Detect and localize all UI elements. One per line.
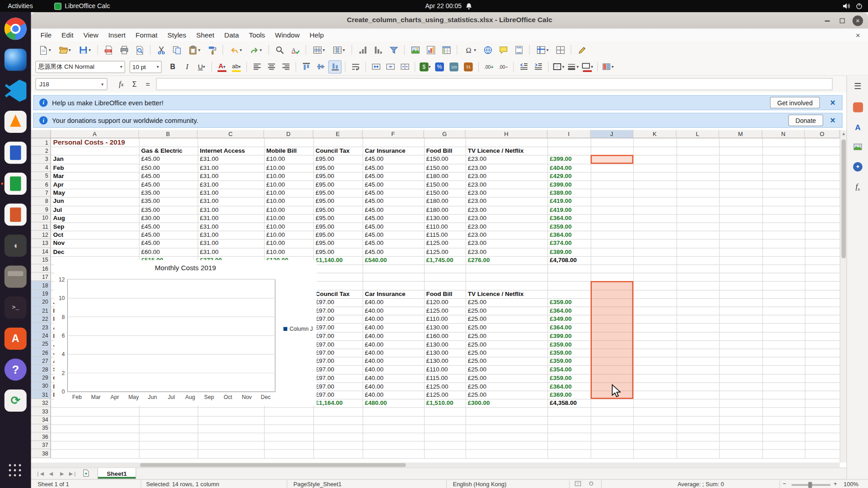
show-draw-functions-button[interactable] xyxy=(575,42,589,57)
cell-F8[interactable]: £45.00 xyxy=(363,197,424,206)
column-header-K[interactable]: K xyxy=(633,130,677,138)
cell-G6[interactable]: £150.00 xyxy=(424,180,466,189)
row-header-29[interactable]: 29 xyxy=(31,374,51,382)
cell-H27[interactable]: £25.00 xyxy=(466,357,547,366)
autofilter-button[interactable] xyxy=(387,42,401,57)
cell-E3[interactable]: £95.00 xyxy=(313,155,363,164)
cell-E6[interactable]: £95.00 xyxy=(313,180,363,189)
cell-B5[interactable]: £45.00 xyxy=(139,172,198,181)
page-style-label[interactable]: PageStyle_Sheet1 xyxy=(293,481,342,488)
previous-sheet-icon[interactable]: ◀ xyxy=(45,471,56,476)
cell-E20[interactable]: £97.00 xyxy=(313,298,363,307)
formula-input[interactable] xyxy=(156,78,832,90)
cell-G2[interactable]: Food Bill xyxy=(424,147,466,155)
cell-D9[interactable]: £10.00 xyxy=(264,206,313,214)
row-header-6[interactable]: 6 xyxy=(31,180,51,189)
row-header-13[interactable]: 13 xyxy=(31,239,51,248)
column-header-J[interactable]: J xyxy=(591,130,633,138)
cell-F28[interactable]: £40.00 xyxy=(363,366,424,374)
vertical-scrollbar[interactable]: ▲ xyxy=(840,130,847,463)
redo-button[interactable]: ▾ xyxy=(246,42,265,57)
format-date-button[interactable]: 31 xyxy=(462,60,475,73)
cell-E10[interactable]: £95.00 xyxy=(313,214,363,223)
insert-image-button[interactable] xyxy=(408,42,422,57)
cell-A11[interactable]: Sep xyxy=(51,222,139,231)
column-header-G[interactable]: G xyxy=(424,130,466,138)
row-header-38[interactable]: 38 xyxy=(31,450,51,458)
cell-G3[interactable]: £150.00 xyxy=(424,155,466,164)
row-header-11[interactable]: 11 xyxy=(31,222,51,231)
cell-I7[interactable]: £389.00 xyxy=(547,189,591,197)
new-document-button[interactable]: ▾ xyxy=(35,42,54,57)
column-header-E[interactable]: E xyxy=(313,130,363,138)
cell-E21[interactable]: £97.00 xyxy=(313,306,363,315)
cell-C4[interactable]: £31.00 xyxy=(198,164,264,172)
copy-button[interactable] xyxy=(170,42,184,57)
export-pdf-button[interactable]: PDF xyxy=(101,42,116,57)
cell-F31[interactable]: £40.00 xyxy=(363,390,424,399)
cell-H19[interactable]: TV Licence / Netflix xyxy=(466,290,547,298)
cell-G14[interactable]: £125.00 xyxy=(424,248,466,256)
cell-E26[interactable]: £97.00 xyxy=(313,348,363,357)
paste-button[interactable]: ▾ xyxy=(185,42,204,57)
row-header-20[interactable]: 20 xyxy=(31,298,51,307)
zoom-slider-thumb[interactable] xyxy=(808,482,812,488)
cell-F29[interactable]: £40.00 xyxy=(363,374,424,382)
menu-edit[interactable]: Edit xyxy=(57,30,78,41)
cell-G32[interactable]: £1,510.00 xyxy=(424,399,466,408)
cell-E2[interactable]: Council Tax xyxy=(313,147,363,155)
menu-styles[interactable]: Styles xyxy=(162,30,191,41)
cell-B13[interactable]: £45.00 xyxy=(139,239,198,248)
print-button[interactable] xyxy=(117,42,131,57)
cell-C14[interactable]: £31.00 xyxy=(198,248,264,256)
cell-I32[interactable]: £4,358.00 xyxy=(547,399,591,408)
cell-G5[interactable]: £180.00 xyxy=(424,172,466,181)
cell-C10[interactable]: £31.00 xyxy=(198,214,264,223)
font-size-combo[interactable]: 10 pt▾ xyxy=(130,61,162,73)
cell-H14[interactable]: £23.00 xyxy=(466,248,547,256)
sidebar-gallery-icon[interactable] xyxy=(851,140,865,154)
row-header-26[interactable]: 26 xyxy=(31,348,51,357)
column-header-A[interactable]: A xyxy=(51,130,139,138)
special-character-button[interactable]: Ω▾ xyxy=(461,42,480,57)
terminal-dock-icon[interactable]: >_ xyxy=(5,296,27,319)
selected-range-J18-J31[interactable] xyxy=(591,282,633,399)
cell-B8[interactable]: £35.00 xyxy=(139,197,198,206)
cell-E29[interactable]: £97.00 xyxy=(313,374,363,382)
delete-decimal-button[interactable]: .00− xyxy=(496,60,509,73)
average-sum-label[interactable]: Average: ; Sum: 0 xyxy=(678,481,724,488)
cell-B12[interactable]: £45.00 xyxy=(139,231,198,239)
cell-G4[interactable]: £150.00 xyxy=(424,164,466,172)
cell-C3[interactable]: £31.00 xyxy=(198,155,264,164)
format-currency-button[interactable]: $▾ xyxy=(419,60,432,73)
cell-F19[interactable]: Car Insurance xyxy=(363,290,424,298)
cell-F10[interactable]: £45.00 xyxy=(363,214,424,223)
cell-H10[interactable]: £23.00 xyxy=(466,214,547,223)
cell-F3[interactable]: £45.00 xyxy=(363,155,424,164)
cell-H24[interactable]: £25.00 xyxy=(466,332,547,340)
donate-button[interactable]: Donate xyxy=(788,114,823,126)
lo-writer-dock-icon[interactable] xyxy=(5,141,27,164)
cell-B10[interactable]: £30.00 xyxy=(139,214,198,223)
language-label[interactable]: English (Hong Kong) xyxy=(453,481,507,488)
equals-icon[interactable]: = xyxy=(142,78,154,90)
cell-F15[interactable]: £540.00 xyxy=(363,256,424,265)
vscode-dock-icon[interactable] xyxy=(5,80,27,102)
save-button[interactable]: ▾ xyxy=(75,42,94,57)
cell-I23[interactable]: £364.00 xyxy=(547,324,591,332)
row-header-19[interactable]: 19 xyxy=(31,290,51,298)
cell-E23[interactable]: £97.00 xyxy=(313,324,363,332)
cell-G20[interactable]: £120.00 xyxy=(424,298,466,307)
cell-D13[interactable]: £10.00 xyxy=(264,239,313,248)
zoom-level-label[interactable]: 100% xyxy=(844,481,859,488)
next-sheet-icon[interactable]: ▶ xyxy=(57,471,67,476)
cell-E31[interactable]: £97.00 xyxy=(313,390,363,399)
cell-A6[interactable]: Apr xyxy=(51,180,139,189)
menu-view[interactable]: View xyxy=(79,30,104,41)
borders-button[interactable]: ▾ xyxy=(552,60,565,73)
cell-C6[interactable]: £31.00 xyxy=(198,180,264,189)
cell-I12[interactable]: £364.00 xyxy=(547,231,591,239)
menu-insert[interactable]: Insert xyxy=(103,30,130,41)
decrease-indent-button[interactable] xyxy=(517,60,530,73)
cell-H8[interactable]: £23.00 xyxy=(466,197,547,206)
